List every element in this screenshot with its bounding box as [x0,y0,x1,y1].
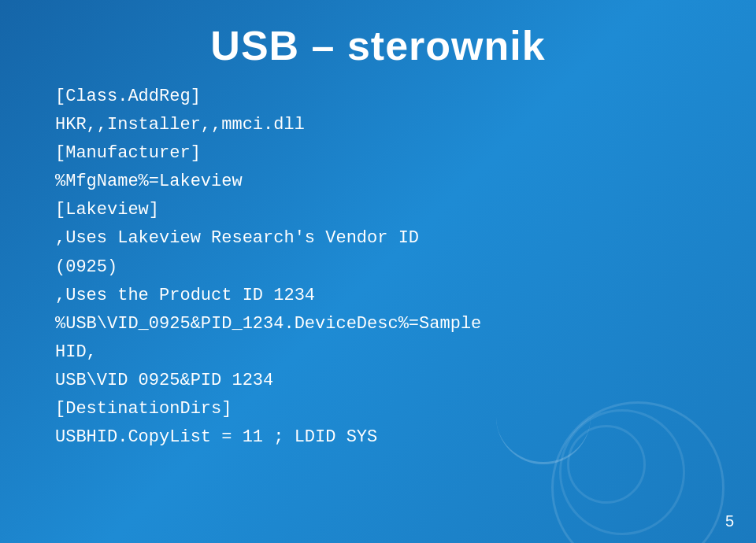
line-3: [Manufacturer] [55,140,701,167]
slide-title: USB – sterownik [0,0,756,83]
line-7: (0925) [55,254,701,281]
line-11: USB\VID 0925&PID 1234 [55,368,701,394]
line-6: ,Uses Lakeview Research's Vendor ID [55,225,701,252]
line-5: [Lakeview] [55,197,701,223]
slide-number: 5 [725,512,734,530]
slide-container: USB – sterownik [Class.AddReg] HKR,,Inst… [0,0,756,543]
deco-arc [496,417,591,464]
line-4: %MfgName%=Lakeview [55,168,701,195]
line-2: HKR,,Installer,,mmci.dll [55,112,701,139]
slide-content: [Class.AddReg] HKR,,Installer,,mmci.dll … [0,83,756,451]
line-10: HID, [55,339,701,366]
line-1: [Class.AddReg] [55,83,701,110]
line-8: ,Uses the Product ID 1234 [55,283,701,309]
line-12: [DestinationDirs] [55,396,701,423]
line-13: USBHID.CopyList = 11 ; LDID SYS [55,424,701,451]
line-9: %USB\VID_0925&PID_1234.DeviceDesc%=Sampl… [55,311,701,338]
